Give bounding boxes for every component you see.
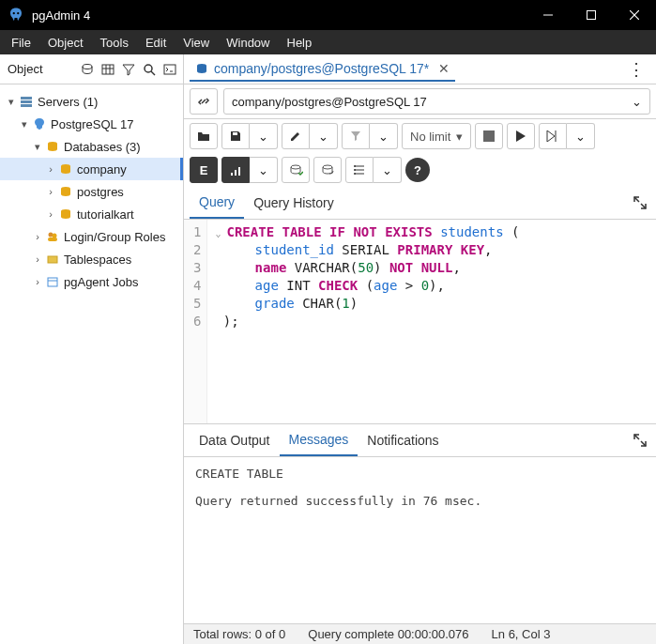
object-explorer-tab[interactable]: Object [0, 56, 51, 82]
browser-tree: ▾Servers (1) ▾PostgreSQL 17 ▾Databases (… [0, 84, 183, 644]
menu-object[interactable]: Object [40, 32, 91, 54]
svg-point-38 [354, 165, 356, 167]
connection-select[interactable]: company/postgres@PostgreSQL 17 ⌄ [223, 88, 650, 115]
tree-postgresql[interactable]: ▾PostgreSQL 17 [0, 113, 183, 135]
tree-label: Login/Group Roles [64, 230, 165, 244]
editor-panel: company/postgres@PostgreSQL 17* ✕ ⋮ comp… [184, 54, 656, 644]
tab-kebab-icon[interactable]: ⋮ [622, 59, 650, 80]
tree-label: Databases (3) [64, 140, 141, 154]
chevron-down-icon: ▾ [456, 130, 463, 144]
toolbar-row-1: ⌄ ⌄ ⌄ No limit ▾ ⌄ [184, 119, 656, 153]
output-tabs: Data Output Messages Notifications [184, 424, 656, 457]
messages-output: CREATE TABLE Query returned successfully… [184, 457, 656, 623]
edit-button[interactable] [282, 123, 310, 149]
svg-rect-28 [483, 130, 495, 142]
tree-db-postgres[interactable]: ›postgres [0, 180, 183, 203]
explain-options-dropdown[interactable]: ⌄ [250, 157, 278, 183]
maximize-button[interactable] [570, 0, 613, 30]
search-icon[interactable] [142, 62, 157, 77]
line-gutter: 1 2 3 4 5 6 [184, 220, 207, 423]
filter-dropdown[interactable]: ⌄ [370, 123, 398, 149]
svg-rect-31 [235, 170, 236, 176]
svg-rect-14 [21, 104, 32, 107]
tablespaces-icon [45, 252, 60, 267]
sidebar: Object ▾Servers (1) ▾PostgreSQL 17 ▾Data… [0, 54, 184, 644]
edit-dropdown[interactable]: ⌄ [310, 123, 338, 149]
menu-view[interactable]: View [175, 32, 217, 54]
tree-label: company [77, 162, 127, 176]
explain-options-button[interactable] [221, 157, 250, 183]
data-output-tab[interactable]: Data Output [190, 425, 280, 455]
close-tab-icon[interactable]: ✕ [438, 61, 450, 76]
menu-file[interactable]: File [4, 32, 38, 54]
svg-point-9 [145, 65, 152, 72]
svg-point-40 [354, 173, 356, 175]
save-button[interactable] [221, 123, 250, 149]
tree-pgagent[interactable]: ›pgAgent Jobs [0, 270, 183, 293]
editor-tabbar: company/postgres@PostgreSQL 17* ✕ ⋮ [184, 54, 656, 84]
message-line: Query returned successfully in 76 msec. [195, 494, 645, 508]
close-button[interactable] [613, 0, 656, 30]
query-tab[interactable]: Query [190, 187, 244, 219]
connection-status-button[interactable] [190, 88, 218, 115]
tree-db-company[interactable]: ›company [0, 158, 183, 180]
svg-point-20 [53, 234, 57, 238]
menu-edit[interactable]: Edit [138, 32, 174, 54]
sql-editor[interactable]: 1 2 3 4 5 6 ⌄ CREATE TABLE IF NOT EXISTS… [184, 220, 656, 424]
tree-tablespaces[interactable]: ›Tablespaces [0, 248, 183, 270]
execute-button[interactable] [507, 123, 535, 149]
menu-window[interactable]: Window [219, 32, 277, 54]
macros-dropdown[interactable]: ⌄ [374, 157, 402, 183]
database-icon [58, 207, 73, 222]
stop-button[interactable] [475, 123, 503, 149]
editor-tab-label: company/postgres@PostgreSQL 17* [214, 61, 429, 76]
tree-db-tutorialkart[interactable]: ›tutorialkart [0, 203, 183, 225]
tree-label: tutorialkart [77, 207, 134, 222]
svg-rect-21 [48, 238, 57, 241]
explain-dropdown[interactable]: ⌄ [567, 123, 595, 149]
tree-databases[interactable]: ▾Databases (3) [0, 135, 183, 158]
database-icon [58, 184, 73, 199]
status-cursor: Ln 6, Col 3 [492, 627, 551, 641]
svg-point-34 [323, 165, 332, 169]
filter-icon[interactable] [121, 62, 136, 77]
help-button[interactable]: ? [405, 158, 430, 182]
limit-select[interactable]: No limit ▾ [402, 123, 471, 149]
open-file-button[interactable] [190, 123, 218, 149]
query-tool-icon[interactable] [80, 62, 95, 77]
tree-servers[interactable]: ▾Servers (1) [0, 90, 183, 113]
tree-label: pgAgent Jobs [64, 275, 139, 289]
rollback-button[interactable] [313, 157, 342, 183]
editor-tab[interactable]: company/postgres@PostgreSQL 17* ✕ [190, 57, 455, 82]
view-data-icon[interactable] [100, 62, 115, 77]
svg-point-4 [83, 64, 92, 69]
menu-tools[interactable]: Tools [93, 32, 136, 54]
minimize-button[interactable] [526, 0, 570, 30]
svg-line-10 [151, 71, 155, 75]
explain-button[interactable] [539, 123, 567, 149]
message-line: CREATE TABLE [195, 467, 645, 481]
elephant-icon [32, 116, 47, 131]
svg-rect-12 [21, 97, 32, 100]
menu-help[interactable]: Help [280, 32, 320, 54]
psql-icon[interactable] [162, 62, 177, 77]
save-dropdown[interactable]: ⌄ [250, 123, 278, 149]
expand-output-icon[interactable] [630, 430, 650, 451]
messages-tab[interactable]: Messages [280, 424, 359, 456]
code-content: ⌄ CREATE TABLE IF NOT EXISTS students ( … [207, 220, 526, 423]
macros-button[interactable] [345, 157, 374, 183]
tree-login-roles[interactable]: ›Login/Group Roles [0, 225, 183, 248]
svg-rect-22 [48, 256, 57, 263]
explain-analyze-button[interactable]: E [190, 157, 218, 183]
commit-button[interactable] [282, 157, 310, 183]
roles-icon [45, 229, 60, 244]
limit-label: No limit [410, 130, 450, 144]
expand-editor-icon[interactable] [630, 192, 650, 213]
tree-label: PostgreSQL 17 [51, 117, 133, 131]
notifications-tab[interactable]: Notifications [358, 425, 448, 455]
titlebar: pgAdmin 4 [0, 0, 656, 30]
query-history-tab[interactable]: Query History [244, 188, 343, 218]
svg-point-39 [354, 169, 356, 171]
chevron-down-icon: ⌄ [632, 95, 642, 109]
filter-button[interactable] [342, 123, 370, 149]
